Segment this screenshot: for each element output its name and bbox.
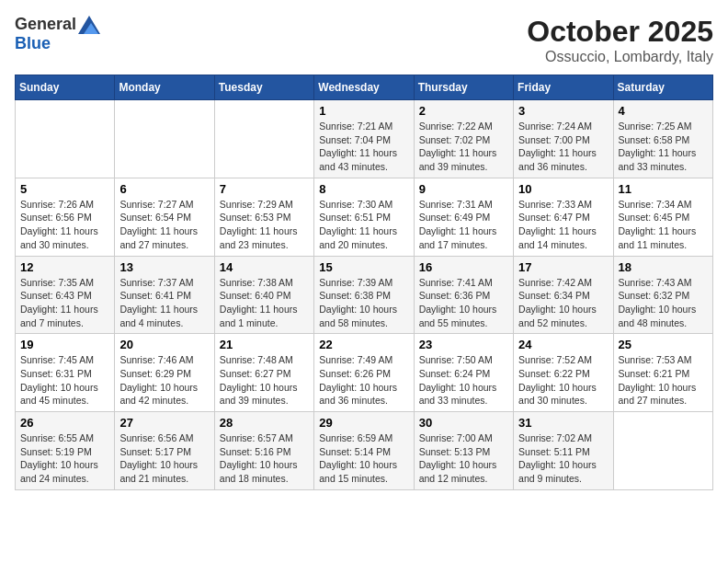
- calendar-cell: 13Sunrise: 7:37 AM Sunset: 6:41 PM Dayli…: [115, 256, 214, 334]
- logo-icon: [78, 16, 100, 34]
- day-info: Sunrise: 7:38 AM Sunset: 6:40 PM Dayligh…: [220, 276, 309, 330]
- day-info: Sunrise: 7:39 AM Sunset: 6:38 PM Dayligh…: [319, 276, 408, 330]
- day-info: Sunrise: 7:53 AM Sunset: 6:21 PM Dayligh…: [619, 353, 708, 408]
- day-info: Sunrise: 7:29 AM Sunset: 6:53 PM Dayligh…: [220, 198, 309, 252]
- calendar-cell: 23Sunrise: 7:50 AM Sunset: 6:24 PM Dayli…: [414, 334, 513, 412]
- calendar-cell: 24Sunrise: 7:52 AM Sunset: 6:22 PM Dayli…: [514, 334, 613, 412]
- week-row-4: 19Sunrise: 7:45 AM Sunset: 6:31 PM Dayli…: [16, 334, 713, 412]
- day-info: Sunrise: 7:26 AM Sunset: 6:56 PM Dayligh…: [20, 198, 109, 252]
- day-info: Sunrise: 7:24 AM Sunset: 7:00 PM Dayligh…: [518, 120, 608, 174]
- logo-general-text: General: [15, 15, 76, 34]
- day-number: 16: [419, 260, 508, 274]
- week-row-2: 5Sunrise: 7:26 AM Sunset: 6:56 PM Daylig…: [16, 178, 713, 256]
- calendar-cell: 9Sunrise: 7:31 AM Sunset: 6:49 PM Daylig…: [414, 178, 513, 256]
- day-info: Sunrise: 7:43 AM Sunset: 6:32 PM Dayligh…: [619, 276, 708, 330]
- header-wednesday: Wednesday: [314, 75, 414, 100]
- day-number: 18: [619, 260, 708, 274]
- day-info: Sunrise: 7:22 AM Sunset: 7:02 PM Dayligh…: [419, 120, 508, 174]
- day-number: 11: [619, 182, 708, 196]
- day-number: 8: [319, 182, 408, 196]
- header-monday: Monday: [115, 75, 214, 100]
- day-info: Sunrise: 7:31 AM Sunset: 6:49 PM Dayligh…: [419, 198, 508, 252]
- day-number: 12: [20, 260, 109, 274]
- day-number: 20: [119, 338, 209, 351]
- day-info: Sunrise: 7:37 AM Sunset: 6:41 PM Dayligh…: [119, 276, 209, 330]
- day-info: Sunrise: 7:48 AM Sunset: 6:27 PM Dayligh…: [220, 353, 309, 408]
- day-info: Sunrise: 7:50 AM Sunset: 6:24 PM Dayligh…: [419, 353, 508, 408]
- header-friday: Friday: [514, 75, 613, 100]
- calendar-cell: [115, 100, 214, 178]
- month-title: October 2025: [527, 15, 713, 49]
- page-header: General Blue October 2025 Ossuccio, Lomb…: [15, 15, 713, 65]
- day-number: 28: [220, 416, 309, 430]
- day-info: Sunrise: 7:27 AM Sunset: 6:54 PM Dayligh…: [119, 198, 209, 252]
- calendar-cell: 4Sunrise: 7:25 AM Sunset: 6:58 PM Daylig…: [613, 100, 712, 178]
- day-number: 25: [619, 338, 708, 351]
- day-number: 26: [20, 416, 109, 430]
- calendar-cell: 16Sunrise: 7:41 AM Sunset: 6:36 PM Dayli…: [414, 256, 513, 334]
- day-info: Sunrise: 7:21 AM Sunset: 7:04 PM Dayligh…: [319, 120, 408, 174]
- day-number: 19: [20, 338, 109, 351]
- day-number: 14: [220, 260, 309, 274]
- day-number: 10: [518, 182, 608, 196]
- header-tuesday: Tuesday: [214, 75, 313, 100]
- calendar-cell: 8Sunrise: 7:30 AM Sunset: 6:51 PM Daylig…: [314, 178, 414, 256]
- day-number: 1: [319, 104, 408, 118]
- location-text: Ossuccio, Lombardy, Italy: [527, 49, 713, 65]
- calendar-cell: 2Sunrise: 7:22 AM Sunset: 7:02 PM Daylig…: [414, 100, 513, 178]
- logo: General Blue: [15, 15, 100, 53]
- calendar-cell: 29Sunrise: 6:59 AM Sunset: 5:14 PM Dayli…: [314, 412, 414, 490]
- week-row-5: 26Sunrise: 6:55 AM Sunset: 5:19 PM Dayli…: [16, 412, 713, 490]
- day-info: Sunrise: 7:34 AM Sunset: 6:45 PM Dayligh…: [619, 198, 708, 252]
- day-info: Sunrise: 7:30 AM Sunset: 6:51 PM Dayligh…: [319, 198, 408, 252]
- calendar-cell: 28Sunrise: 6:57 AM Sunset: 5:16 PM Dayli…: [214, 412, 313, 490]
- day-number: 29: [319, 416, 408, 430]
- day-info: Sunrise: 7:42 AM Sunset: 6:34 PM Dayligh…: [518, 276, 608, 330]
- logo-blue-text: Blue: [15, 34, 51, 53]
- calendar-cell: [16, 100, 115, 178]
- day-number: 24: [518, 338, 608, 351]
- day-info: Sunrise: 6:56 AM Sunset: 5:17 PM Dayligh…: [119, 431, 209, 486]
- day-info: Sunrise: 7:45 AM Sunset: 6:31 PM Dayligh…: [20, 353, 109, 408]
- day-info: Sunrise: 6:59 AM Sunset: 5:14 PM Dayligh…: [319, 431, 408, 486]
- day-number: 31: [518, 416, 608, 430]
- day-number: 15: [319, 260, 408, 274]
- calendar-cell: 30Sunrise: 7:00 AM Sunset: 5:13 PM Dayli…: [414, 412, 513, 490]
- week-row-3: 12Sunrise: 7:35 AM Sunset: 6:43 PM Dayli…: [16, 256, 713, 334]
- day-info: Sunrise: 7:35 AM Sunset: 6:43 PM Dayligh…: [20, 276, 109, 330]
- week-row-1: 1Sunrise: 7:21 AM Sunset: 7:04 PM Daylig…: [16, 100, 713, 178]
- day-info: Sunrise: 6:55 AM Sunset: 5:19 PM Dayligh…: [20, 431, 109, 486]
- header-thursday: Thursday: [414, 75, 513, 100]
- day-info: Sunrise: 7:49 AM Sunset: 6:26 PM Dayligh…: [319, 353, 408, 408]
- calendar-cell: 7Sunrise: 7:29 AM Sunset: 6:53 PM Daylig…: [214, 178, 313, 256]
- calendar-cell: 21Sunrise: 7:48 AM Sunset: 6:27 PM Dayli…: [214, 334, 313, 412]
- day-info: Sunrise: 7:02 AM Sunset: 5:11 PM Dayligh…: [518, 431, 608, 486]
- calendar-cell: 12Sunrise: 7:35 AM Sunset: 6:43 PM Dayli…: [16, 256, 115, 334]
- day-number: 5: [20, 182, 109, 196]
- calendar-cell: 5Sunrise: 7:26 AM Sunset: 6:56 PM Daylig…: [16, 178, 115, 256]
- day-number: 7: [220, 182, 309, 196]
- header-sunday: Sunday: [16, 75, 115, 100]
- calendar-cell: 22Sunrise: 7:49 AM Sunset: 6:26 PM Dayli…: [314, 334, 414, 412]
- day-number: 13: [119, 260, 209, 274]
- day-info: Sunrise: 7:52 AM Sunset: 6:22 PM Dayligh…: [518, 353, 608, 408]
- day-info: Sunrise: 7:46 AM Sunset: 6:29 PM Dayligh…: [119, 353, 209, 408]
- day-number: 30: [419, 416, 508, 430]
- day-info: Sunrise: 7:25 AM Sunset: 6:58 PM Dayligh…: [619, 120, 708, 174]
- calendar-cell: 25Sunrise: 7:53 AM Sunset: 6:21 PM Dayli…: [613, 334, 712, 412]
- calendar-cell: 3Sunrise: 7:24 AM Sunset: 7:00 PM Daylig…: [514, 100, 613, 178]
- day-number: 4: [619, 104, 708, 118]
- calendar-cell: [613, 412, 712, 490]
- calendar-cell: 31Sunrise: 7:02 AM Sunset: 5:11 PM Dayli…: [514, 412, 613, 490]
- calendar-cell: 26Sunrise: 6:55 AM Sunset: 5:19 PM Dayli…: [16, 412, 115, 490]
- day-number: 23: [419, 338, 508, 351]
- calendar-header-row: SundayMondayTuesdayWednesdayThursdayFrid…: [16, 75, 713, 100]
- calendar-cell: 20Sunrise: 7:46 AM Sunset: 6:29 PM Dayli…: [115, 334, 214, 412]
- day-info: Sunrise: 7:33 AM Sunset: 6:47 PM Dayligh…: [518, 198, 608, 252]
- calendar-cell: [214, 100, 313, 178]
- calendar-table: SundayMondayTuesdayWednesdayThursdayFrid…: [15, 75, 713, 490]
- day-number: 2: [419, 104, 508, 118]
- calendar-cell: 17Sunrise: 7:42 AM Sunset: 6:34 PM Dayli…: [514, 256, 613, 334]
- calendar-cell: 10Sunrise: 7:33 AM Sunset: 6:47 PM Dayli…: [514, 178, 613, 256]
- day-info: Sunrise: 6:57 AM Sunset: 5:16 PM Dayligh…: [220, 431, 309, 486]
